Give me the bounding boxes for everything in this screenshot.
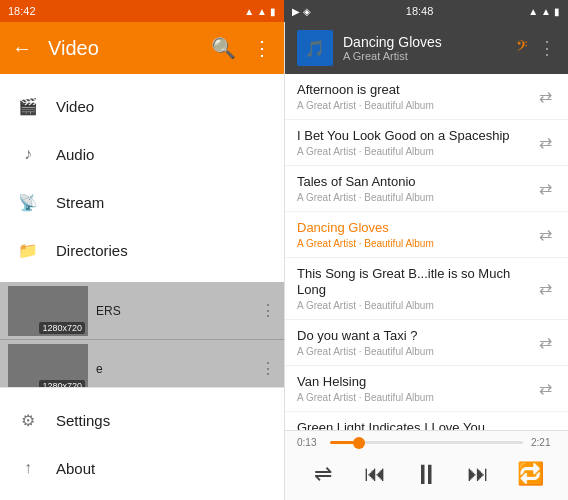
- sidebar-item-audio[interactable]: ♪ Audio: [0, 130, 284, 178]
- more-icon-right[interactable]: ⋮: [538, 37, 556, 59]
- song-name-2: Tales of San Antonio: [297, 174, 535, 191]
- song-item-1[interactable]: I Bet You Look Good on a Spaceship A Gre…: [285, 120, 568, 166]
- video-item-1[interactable]: 1280x720 e ⋮: [0, 340, 284, 387]
- left-header: ← Video 🔍 ⋮: [0, 22, 284, 74]
- song-item-4[interactable]: This Song is Great B...itle is so Much L…: [285, 258, 568, 321]
- main-content: ← Video 🔍 ⋮ 🎬 Video ♪ Audio 📡 Stream 📁 D…: [0, 22, 568, 500]
- song-details-0: Afternoon is great A Great Artist · Beau…: [297, 82, 535, 111]
- status-bars: 18:42 ▲ ▲ ▮ ▶ ◈ 18:48 ▲ ▲ ▮: [0, 0, 568, 22]
- search-icon[interactable]: 🔍: [211, 36, 236, 60]
- right-status-icons-left: ▶ ◈: [292, 6, 311, 17]
- sidebar-item-directories[interactable]: 📁 Directories: [0, 226, 284, 274]
- video-menu-1[interactable]: ⋮: [260, 359, 276, 378]
- song-item-5[interactable]: Do you want a Taxi ? A Great Artist · Be…: [285, 320, 568, 366]
- song-add-0[interactable]: ⇄: [535, 83, 556, 110]
- left-time: 18:42: [8, 5, 36, 17]
- progress-track[interactable]: [330, 441, 523, 444]
- song-item-2[interactable]: Tales of San Antonio A Great Artist · Be…: [285, 166, 568, 212]
- repeat-button[interactable]: 🔁: [512, 456, 548, 492]
- track-info: Dancing Gloves A Great Artist: [343, 34, 506, 62]
- video-res: 1280x720: [39, 322, 85, 334]
- song-name-4: This Song is Great B...itle is so Much L…: [297, 266, 535, 300]
- sidebar-item-directories-label: Directories: [56, 242, 128, 259]
- song-sub-3: A Great Artist · Beautiful Album: [297, 238, 535, 249]
- sidebar-item-audio-label: Audio: [56, 146, 94, 163]
- video-name-0: ERS: [96, 304, 260, 318]
- album-art: 🎵: [297, 30, 333, 66]
- song-sub-2: A Great Artist · Beautiful Album: [297, 192, 535, 203]
- sidebar-item-video[interactable]: 🎬 Video: [0, 82, 284, 130]
- battery-icon: ▮: [270, 6, 276, 17]
- left-panel: ← Video 🔍 ⋮ 🎬 Video ♪ Audio 📡 Stream 📁 D…: [0, 22, 284, 500]
- song-add-5[interactable]: ⇄: [535, 329, 556, 356]
- song-details-2: Tales of San Antonio A Great Artist · Be…: [297, 174, 535, 203]
- song-sub-6: A Great Artist · Beautiful Album: [297, 392, 535, 403]
- video-name-1: e: [96, 362, 260, 376]
- shuffle-button[interactable]: ⇌: [305, 456, 341, 492]
- sidebar-item-settings-label: Settings: [56, 412, 110, 429]
- status-bar-right: ▶ ◈ 18:48 ▲ ▲ ▮: [284, 0, 568, 22]
- next-button[interactable]: ⏭: [460, 456, 496, 492]
- song-details-7: Green Light Indicates I Love You A Great…: [297, 420, 535, 430]
- song-add-1[interactable]: ⇄: [535, 129, 556, 156]
- audio-nav-icon: ♪: [16, 142, 40, 166]
- current-time: 0:13: [297, 437, 322, 448]
- song-name-6: Van Helsing: [297, 374, 535, 391]
- song-add-4[interactable]: ⇄: [535, 275, 556, 302]
- video-thumb-1: 1280x720: [8, 344, 88, 388]
- track-title: Dancing Gloves: [343, 34, 506, 50]
- song-name-7: Green Light Indicates I Love You: [297, 420, 535, 430]
- right-header: 🎵 Dancing Gloves A Great Artist 𝄢 ⋮: [285, 22, 568, 74]
- video-item[interactable]: 1280x720 ERS ⋮: [0, 282, 284, 340]
- nav-bottom: ⚙ Settings ↑ About: [0, 387, 284, 500]
- song-item-7[interactable]: Green Light Indicates I Love You A Great…: [285, 412, 568, 430]
- wifi-icon-r: ▲: [541, 6, 551, 17]
- song-add-2[interactable]: ⇄: [535, 175, 556, 202]
- right-status-icons-right: ▲ ▲ ▮: [528, 6, 560, 17]
- song-add-3[interactable]: ⇄: [535, 221, 556, 248]
- song-name-1: I Bet You Look Good on a Spaceship: [297, 128, 535, 145]
- player-area: 0:13 2:21 ⇌ ⏮ ⏸ ⏭ 🔁: [285, 430, 568, 500]
- song-sub-0: A Great Artist · Beautiful Album: [297, 100, 535, 111]
- sidebar-item-stream-label: Stream: [56, 194, 104, 211]
- video-res-1: 1280x720: [39, 380, 85, 388]
- song-item-3[interactable]: Dancing Gloves A Great Artist · Beautifu…: [285, 212, 568, 258]
- sidebar-item-settings[interactable]: ⚙ Settings: [0, 396, 284, 444]
- song-sub-1: A Great Artist · Beautiful Album: [297, 146, 535, 157]
- sidebar-item-stream[interactable]: 📡 Stream: [0, 178, 284, 226]
- song-add-6[interactable]: ⇄: [535, 375, 556, 402]
- vlc-icon: ▶: [292, 6, 300, 17]
- left-header-title: Video: [48, 37, 195, 60]
- pause-button[interactable]: ⏸: [408, 456, 444, 492]
- right-panel: 🎵 Dancing Gloves A Great Artist 𝄢 ⋮ Afte…: [284, 22, 568, 500]
- equalizer-icon: 𝄢: [516, 38, 528, 59]
- wifi-icon: ▲: [257, 6, 267, 17]
- video-items: 1280x720 ERS ⋮ 1280x720 e ⋮ 1280x720: [0, 282, 284, 387]
- video-thumb: 1280x720: [8, 286, 88, 336]
- video-list-area: 1280x720 ERS ⋮ 1280x720 e ⋮ 1280x720: [0, 282, 284, 387]
- video-menu-0[interactable]: ⋮: [260, 301, 276, 320]
- signal-icon: ▲: [244, 6, 254, 17]
- song-details-4: This Song is Great B...itle is so Much L…: [297, 266, 535, 312]
- status-bar-left: 18:42 ▲ ▲ ▮: [0, 0, 284, 22]
- sidebar-item-video-label: Video: [56, 98, 94, 115]
- song-name-3: Dancing Gloves: [297, 220, 535, 237]
- sidebar-item-about-label: About: [56, 460, 95, 477]
- song-item-0[interactable]: Afternoon is great A Great Artist · Beau…: [285, 74, 568, 120]
- song-sub-4: A Great Artist · Beautiful Album: [297, 300, 535, 311]
- song-add-7[interactable]: ⇄: [535, 421, 556, 430]
- about-icon: ↑: [16, 456, 40, 480]
- back-icon[interactable]: ←: [12, 37, 32, 60]
- sidebar-item-about[interactable]: ↑ About: [0, 444, 284, 492]
- right-time: 18:48: [406, 5, 434, 17]
- song-item-6[interactable]: Van Helsing A Great Artist · Beautiful A…: [285, 366, 568, 412]
- song-details-3: Dancing Gloves A Great Artist · Beautifu…: [297, 220, 535, 249]
- song-details-6: Van Helsing A Great Artist · Beautiful A…: [297, 374, 535, 403]
- more-icon-left[interactable]: ⋮: [252, 36, 272, 60]
- song-sub-5: A Great Artist · Beautiful Album: [297, 346, 535, 357]
- video-nav-icon: 🎬: [16, 94, 40, 118]
- nav-items: 🎬 Video ♪ Audio 📡 Stream 📁 Directories: [0, 74, 284, 282]
- left-status-icons: ▲ ▲ ▮: [244, 6, 276, 17]
- prev-button[interactable]: ⏮: [357, 456, 393, 492]
- settings-icon: ⚙: [16, 408, 40, 432]
